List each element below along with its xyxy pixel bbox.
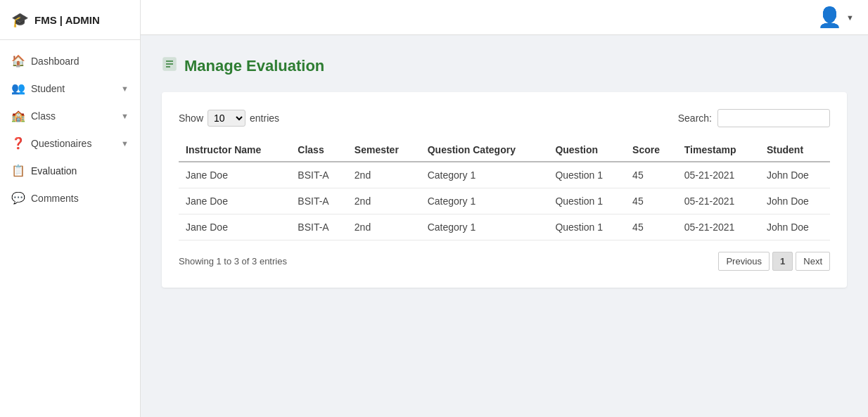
- col-instructor-name: Instructor Name: [179, 139, 291, 162]
- col-timestamp: Timestamp: [677, 139, 760, 162]
- show-entries: Show 10 25 50 100 entries: [179, 110, 279, 127]
- table-controls: Show 10 25 50 100 entries Search:: [179, 109, 830, 127]
- cell-score-2: 45: [625, 214, 677, 240]
- cell-instructor_name-1: Jane Doe: [179, 188, 291, 214]
- cell-semester-1: 2nd: [347, 188, 421, 214]
- sidebar-logo: 🎓 FMS | ADMIN: [0, 0, 140, 40]
- cell-question_category-2: Category 1: [421, 214, 549, 240]
- question-icon: ❓: [11, 136, 24, 150]
- sidebar-item-dashboard[interactable]: 🏠 Dashboard: [0, 47, 140, 75]
- table-row: Jane DoeBSIT-A2ndCategory 1Question 1450…: [179, 214, 830, 240]
- cell-class-0: BSIT-A: [291, 162, 347, 188]
- cell-question-1: Question 1: [548, 188, 625, 214]
- sidebar-item-label: Comments: [31, 193, 79, 204]
- home-icon: 🏠: [11, 54, 24, 68]
- cell-timestamp-2: 05-21-2021: [677, 214, 760, 240]
- evaluation-icon: 📋: [11, 164, 24, 177]
- page-header: Manage Evaluation: [162, 56, 847, 75]
- cell-semester-2: 2nd: [347, 214, 421, 240]
- chevron-down-icon: ▼: [121, 112, 129, 120]
- logo-text: FMS | ADMIN: [34, 14, 100, 26]
- chevron-down-icon: ▼: [121, 84, 129, 93]
- page-header-icon: [162, 56, 177, 75]
- cell-class-2: BSIT-A: [291, 214, 347, 240]
- sidebar-item-label: Student: [31, 83, 65, 94]
- cell-class-1: BSIT-A: [291, 188, 347, 214]
- col-semester: Semester: [347, 139, 421, 162]
- cell-timestamp-0: 05-21-2021: [677, 162, 760, 188]
- cell-score-1: 45: [625, 188, 677, 214]
- cell-question-0: Question 1: [548, 162, 625, 188]
- col-class: Class: [291, 139, 347, 162]
- cell-question_category-1: Category 1: [421, 188, 549, 214]
- student-icon: 👥: [11, 82, 24, 95]
- showing-text: Showing 1 to 3 of 3 entries: [179, 256, 287, 267]
- sidebar-nav: 🏠 Dashboard 👥 Student ▼ 🏫 Class ▼ ❓ Ques…: [0, 40, 140, 219]
- cell-question_category-0: Category 1: [421, 162, 549, 188]
- entries-select[interactable]: 10 25 50 100: [208, 110, 245, 127]
- cell-score-0: 45: [625, 162, 677, 188]
- table-row: Jane DoeBSIT-A2ndCategory 1Question 1450…: [179, 188, 830, 214]
- user-avatar[interactable]: 👤 ▼: [817, 6, 854, 29]
- page-1-button[interactable]: 1: [772, 252, 793, 271]
- avatar-icon: 👤: [817, 6, 842, 29]
- search-box: Search:: [678, 109, 830, 127]
- pagination: Previous 1 Next: [718, 252, 830, 271]
- cell-student-2: John Doe: [760, 214, 830, 240]
- previous-button[interactable]: Previous: [718, 252, 770, 271]
- comments-icon: 💬: [11, 191, 24, 205]
- cell-semester-0: 2nd: [347, 162, 421, 188]
- topbar: 👤 ▼: [141, 0, 868, 35]
- content-area: Manage Evaluation Show 10 25 50 100 entr…: [141, 35, 868, 417]
- table-row: Jane DoeBSIT-A2ndCategory 1Question 1450…: [179, 162, 830, 188]
- col-question: Question: [548, 139, 625, 162]
- main-card: Show 10 25 50 100 entries Search:: [162, 92, 847, 288]
- cell-instructor_name-2: Jane Doe: [179, 214, 291, 240]
- cell-question-2: Question 1: [548, 214, 625, 240]
- cell-student-0: John Doe: [760, 162, 830, 188]
- main-area: 👤 ▼ Manage Evaluation Show: [141, 0, 868, 417]
- search-input[interactable]: [717, 109, 830, 127]
- sidebar-item-student[interactable]: 👥 Student ▼: [0, 75, 140, 102]
- chevron-down-icon: ▼: [121, 139, 129, 148]
- logo-icon: 🎓: [11, 11, 29, 28]
- col-student: Student: [760, 139, 830, 162]
- cell-instructor_name-0: Jane Doe: [179, 162, 291, 188]
- cell-student-1: John Doe: [760, 188, 830, 214]
- class-icon: 🏫: [11, 109, 24, 122]
- sidebar-item-label: Evaluation: [31, 165, 77, 177]
- page-title: Manage Evaluation: [184, 57, 324, 75]
- evaluation-table: Instructor Name Class Semester Question …: [179, 139, 830, 240]
- col-question-category: Question Category: [421, 139, 549, 162]
- show-label: Show: [179, 113, 203, 124]
- sidebar-item-label: Dashboard: [31, 56, 79, 67]
- sidebar-item-evaluation[interactable]: 📋 Evaluation: [0, 157, 140, 184]
- cell-timestamp-1: 05-21-2021: [677, 188, 760, 214]
- sidebar-item-questionaires[interactable]: ❓ Questionaires ▼: [0, 129, 140, 157]
- entries-label: entries: [250, 113, 279, 124]
- sidebar-item-class[interactable]: 🏫 Class ▼: [0, 102, 140, 129]
- sidebar: 🎓 FMS | ADMIN 🏠 Dashboard 👥 Student ▼ 🏫 …: [0, 0, 141, 417]
- next-button[interactable]: Next: [796, 252, 830, 271]
- table-header-row: Instructor Name Class Semester Question …: [179, 139, 830, 162]
- sidebar-item-label: Class: [31, 110, 56, 122]
- col-score: Score: [625, 139, 677, 162]
- sidebar-item-comments[interactable]: 💬 Comments: [0, 184, 140, 212]
- user-menu-arrow: ▼: [846, 13, 854, 22]
- search-label: Search:: [678, 113, 712, 124]
- table-footer: Showing 1 to 3 of 3 entries Previous 1 N…: [179, 252, 830, 271]
- sidebar-item-label: Questionaires: [31, 138, 91, 149]
